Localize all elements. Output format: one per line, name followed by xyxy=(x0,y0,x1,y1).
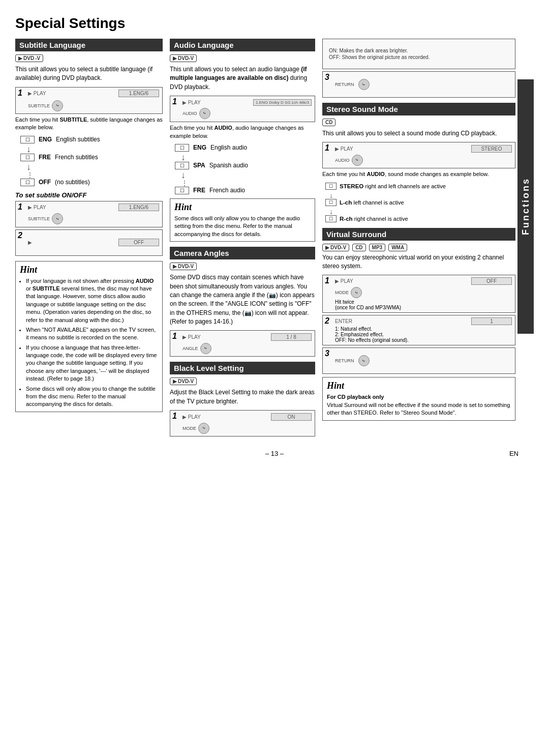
audio-step-note: Each time you hit AUDIO, audio language … xyxy=(170,124,315,140)
subtitle-lang-list: ☐ ENG English subtitles ↓ ☐ FRE French s… xyxy=(20,136,163,186)
black-step1-display: ON xyxy=(271,413,312,421)
black-dvd-badge: ▶ DVD-V xyxy=(170,377,197,385)
vs-body-text: You can enjoy stereophonic virtual world… xyxy=(322,253,515,271)
virtual-surround-badges: ▶ DVD-V CD MP3 WMA xyxy=(322,244,515,251)
subtitle-step1-diagram: 1 ▶ PLAY 1.ENG/6 SUBTITLE ⤷ xyxy=(15,87,163,114)
audio-dvd-badge: ▶ DVD-V xyxy=(170,54,197,62)
subtitle-btn-label: SUBTITLE xyxy=(28,103,50,108)
vs-mp3-badge: MP3 xyxy=(369,244,386,251)
vs-step2-diagram: 2 ENTER 1 1: Natural effect. 2: Emphasiz… xyxy=(322,315,515,345)
column-3: ON: Makes the dark areas brighter. OFF: … xyxy=(320,39,534,426)
audio-lang-spa: ☐ SPA Spanish audio xyxy=(175,162,315,169)
subtitle-step-note: Each time you hit SUBTITLE, subtitle lan… xyxy=(15,116,163,132)
stereo-arrow-1: ↓ xyxy=(329,192,515,199)
lang-item-off: ☐ OFF (no subtitles) xyxy=(20,179,163,186)
audio-body-text: This unit allows you to select an audio … xyxy=(170,65,315,92)
vs-step1-display: OFF xyxy=(471,277,512,285)
audio-lang-list: ☐ ENG English audio ↓ ☐ SPA Spanish audi… xyxy=(175,144,315,194)
black-step1-diagram: 1 ▶ PLAY ON MODE ⤷ xyxy=(170,410,315,437)
stereo-cd-badge: CD xyxy=(322,119,336,126)
black-off-text: OFF: Shows the original picture as recor… xyxy=(329,54,509,61)
hint-col1-title: Hint xyxy=(20,265,158,275)
audio-step1-diagram: 1 ▶ PLAY 1.ENG Dolby D 3/2.1ch 48k/3 AUD… xyxy=(170,96,315,122)
camera-step1-diagram: 1 ▶ PLAY 1 / 8 ANGLE ⤷ xyxy=(170,330,315,357)
subtitle-onoff-step2: 2 ▶ OFF xyxy=(15,229,163,256)
vs-mode-btn: ⤷ xyxy=(351,287,362,298)
vs-step1-note: Hit twice xyxy=(335,299,512,305)
page-title: Special Settings xyxy=(15,15,534,32)
stereo-step-note: Each time you hit AUDIO, sound mode chan… xyxy=(322,170,515,178)
virtual-surround-section: Virtual Surround ▶ DVD-V CD MP3 WMA xyxy=(322,228,515,421)
black-mode-btn: ⤷ xyxy=(198,423,209,434)
ellipsis: ⋮ xyxy=(26,171,163,179)
audio-lang-eng: ☐ ENG English audio xyxy=(175,144,315,152)
black-on-text: ON: Makes the dark areas brighter. xyxy=(329,47,509,54)
audio-ellipsis: ⋮ xyxy=(181,180,315,187)
stereo-sound-section: Stereo Sound Mode CD This unit allows yo… xyxy=(322,103,515,223)
onoff-step2-display: OFF xyxy=(118,239,159,246)
stereo-body-text: This unit allows you to select a sound m… xyxy=(322,129,515,138)
stereo-audio-btn: ⤷ xyxy=(352,155,363,166)
stereo-arrow-2: ↓ xyxy=(329,208,515,215)
audio-language-section: Audio Language ▶ DVD-V This unit allows … xyxy=(170,39,315,242)
language-label: EN xyxy=(509,450,518,457)
vs-wma-badge: WMA xyxy=(388,244,407,251)
hint-col1-item4: Some discs will only allow you to change… xyxy=(26,385,158,409)
onoff-step1-display: 1.ENG/6 xyxy=(118,203,159,211)
audio-arrow-2: ↓ xyxy=(181,170,315,180)
eng-bullet: ☐ xyxy=(20,136,35,143)
hint-col2: Hint Some discs will only allow you to c… xyxy=(170,198,315,242)
subtitle-badges: ▶ DVD -V xyxy=(15,54,163,62)
hint-col3-title: Hint xyxy=(327,381,511,391)
hint-col3: Hint For CD playback only Virtual Surrou… xyxy=(322,377,515,420)
stereo-mode-lch: ☐ L-ch left channel is active xyxy=(325,199,515,206)
camera-body-text: Some DVD discs may contain scenes which … xyxy=(170,273,315,326)
subtitle-language-section: Subtitle Language ▶ DVD -V This unit all… xyxy=(15,39,163,186)
hint-col1-item1: If your language is not shown after pres… xyxy=(26,277,158,324)
subtitle-onoff-title: To set subtitle ON/OFF xyxy=(15,191,163,199)
camera-dvd-badge: ▶ DVD-V xyxy=(170,263,197,270)
stereo-mode-rch: ☐ R-ch right channel is active xyxy=(325,215,515,222)
hint-col1: Hint If your language is not shown after… xyxy=(15,261,163,412)
vs-step3-diagram: 3 RETURN ⤷ xyxy=(322,347,515,374)
audio-lang-fre: ☐ FRE French audio xyxy=(175,187,315,194)
stereo-step1-display: STEREO xyxy=(471,145,512,153)
fre-bullet: ☐ xyxy=(20,154,35,161)
subtitle-onoff-section: To set subtitle ON/OFF 1 ▶ PLAY 1.ENG/6 … xyxy=(15,191,163,256)
vs-effects: 1: Natural effect. 2: Emphasized effect.… xyxy=(335,326,512,343)
vs-dvd-badge: ▶ DVD-V xyxy=(322,244,349,251)
lang-item-eng: ☐ ENG English subtitles xyxy=(20,136,163,143)
hint-col2-text: Some discs will only allow you to change… xyxy=(174,215,311,238)
play-label: ▶ PLAY xyxy=(28,91,46,96)
audio-badges: ▶ DVD-V xyxy=(170,54,315,62)
dvd-badge: ▶ DVD -V xyxy=(15,54,43,62)
subtitle-button-icon: ⤷ xyxy=(52,100,63,111)
column-2: Audio Language ▶ DVD-V This unit allows … xyxy=(168,39,320,442)
stereo-badges: CD xyxy=(322,119,515,126)
virtual-surround-header: Virtual Surround xyxy=(322,228,515,241)
stereo-sound-header: Stereo Sound Mode xyxy=(322,103,515,115)
angle-button-icon: ⤷ xyxy=(200,343,211,354)
page-number: – 13 – xyxy=(265,450,284,457)
audio-language-header: Audio Language xyxy=(170,39,315,51)
arrow-down-1: ↓ xyxy=(26,144,163,154)
audio-step1-display: 1.ENG Dolby D 3/2.1ch 48k/3 xyxy=(253,99,312,106)
hint-col1-list: If your language is not shown after pres… xyxy=(20,277,158,409)
stereo-modes-list: ☐ STEREO right and left channels are act… xyxy=(325,183,515,223)
black-level-col3: ON: Makes the dark areas brighter. OFF: … xyxy=(322,39,515,98)
black-level-badges: ▶ DVD-V xyxy=(170,377,315,385)
functions-sidebar: Functions xyxy=(517,79,534,334)
page-footer: – 13 – EN xyxy=(15,450,534,457)
stereo-step1-diagram: 1 ▶ PLAY STEREO AUDIO ⤷ xyxy=(322,142,515,168)
black-level-header: Black Level Setting xyxy=(170,362,315,374)
camera-angles-header: Camera Angles xyxy=(170,247,315,259)
off-bullet: ☐ xyxy=(20,179,35,186)
vs-step2-display: 1 xyxy=(471,317,512,325)
hint-col3-bold: For CD playback only xyxy=(327,393,511,401)
column-1: Subtitle Language ▶ DVD -V This unit all… xyxy=(15,39,168,412)
subtitle-body-text: This unit allows you to select a subtitl… xyxy=(15,65,163,83)
black-level-section: Black Level Setting ▶ DVD-V Adjust the B… xyxy=(170,362,315,437)
subtitle-onoff-btn: ⤷ xyxy=(52,213,63,224)
dvd-icon: ▶ xyxy=(18,55,22,61)
camera-angles-section: Camera Angles ▶ DVD-V Some DVD discs may… xyxy=(170,247,315,357)
